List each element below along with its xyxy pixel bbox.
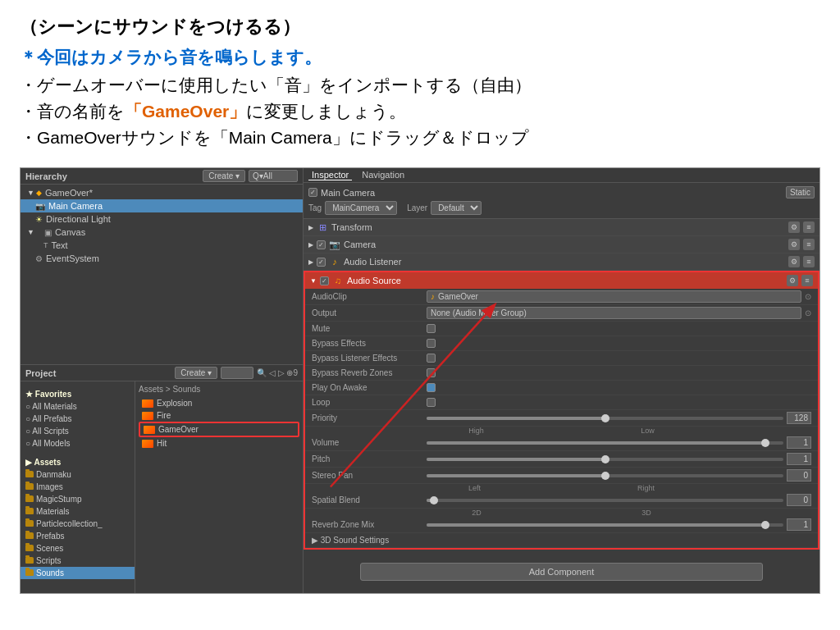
reverb-zone-mix-slider-container bbox=[427, 523, 783, 527]
component-settings-btn[interactable]: ⚙ bbox=[788, 256, 800, 267]
loop-label: Loop bbox=[312, 398, 427, 407]
audioclip-value: ♪ GameOver ⊙ bbox=[427, 290, 811, 303]
volume-slider-container bbox=[427, 441, 783, 445]
reverb-zone-mix-slider-thumb[interactable] bbox=[761, 521, 769, 529]
component-menu-btn[interactable]: ≡ bbox=[803, 256, 815, 267]
component-transform-label: Transform bbox=[331, 222, 372, 232]
stereo-pan-label: Stereo Pan bbox=[312, 471, 427, 480]
object-enabled-checkbox[interactable] bbox=[308, 188, 317, 197]
hierarchy-item-canvas[interactable]: ▼ ▣ Canvas bbox=[21, 226, 303, 239]
spatial-blend-slider-thumb[interactable] bbox=[430, 496, 438, 504]
bypass-reverb-checkbox[interactable] bbox=[427, 368, 436, 377]
component-menu-btn[interactable]: ≡ bbox=[801, 275, 813, 286]
sound-explosion[interactable]: Explosion bbox=[139, 397, 299, 409]
sidebar-particlecollection[interactable]: Particlecollection_ bbox=[21, 518, 135, 530]
pitch-number[interactable] bbox=[787, 453, 811, 465]
add-component-area: Add Component bbox=[304, 550, 819, 593]
stereo-pan-slider-track[interactable] bbox=[427, 474, 783, 477]
camera-enabled-checkbox[interactable] bbox=[317, 240, 326, 249]
bypass-effects-checkbox[interactable] bbox=[427, 339, 436, 348]
component-camera-header[interactable]: ▶ 📷 Camera ⚙ ≡ bbox=[304, 236, 819, 253]
tag-dropdown[interactable]: MainCamera bbox=[325, 201, 397, 215]
audio-listener-enabled-checkbox[interactable] bbox=[317, 258, 326, 267]
component-transform: ▶ ⊞ Transform ⚙ ≡ bbox=[304, 219, 819, 236]
component-actions: ⚙ ≡ bbox=[787, 275, 813, 286]
field-3d-sound-settings[interactable]: ▶ 3D Sound Settings bbox=[305, 533, 818, 548]
audioclip-input[interactable]: ♪ GameOver bbox=[427, 290, 801, 303]
sidebar-prefabs[interactable]: Prefabs bbox=[21, 530, 135, 542]
reverb-zone-mix-slider-track[interactable] bbox=[427, 523, 783, 527]
sound-gameover[interactable]: GameOver bbox=[139, 422, 299, 437]
output-input[interactable]: None (Audio Mixer Group) bbox=[427, 307, 801, 319]
circle-select-icon[interactable]: ⊙ bbox=[805, 292, 811, 301]
component-audio-listener-label: Audio Listener bbox=[344, 257, 401, 267]
component-settings-btn[interactable]: ⚙ bbox=[787, 275, 798, 286]
spatial-blend-number[interactable] bbox=[787, 494, 811, 506]
sound-icon bbox=[142, 412, 153, 420]
static-button[interactable]: Static bbox=[786, 186, 815, 199]
volume-number[interactable] bbox=[787, 436, 811, 449]
sidebar-all-scripts[interactable]: ○ All Scripts bbox=[21, 425, 135, 437]
component-audio-listener-header[interactable]: ▶ ♪ Audio Listener ⚙ ≡ bbox=[304, 253, 819, 270]
mute-checkbox[interactable] bbox=[427, 324, 436, 333]
output-label: Output bbox=[312, 308, 427, 317]
add-component-button[interactable]: Add Component bbox=[360, 563, 762, 581]
reverb-zone-mix-label: Reverb Zone Mix bbox=[312, 520, 427, 529]
hierarchy-item-gameoverscene[interactable]: ▼ ◆ GameOver* bbox=[21, 186, 303, 199]
component-settings-btn[interactable]: ⚙ bbox=[788, 221, 800, 233]
component-settings-btn[interactable]: ⚙ bbox=[788, 239, 800, 250]
sound-hit[interactable]: Hit bbox=[139, 437, 299, 450]
component-audio-source-header[interactable]: ▼ ♫ Audio Source ⚙ ≡ bbox=[305, 272, 818, 289]
priority-labels: High Low bbox=[305, 427, 818, 435]
pitch-slider-thumb[interactable] bbox=[601, 455, 609, 463]
volume-slider-thumb[interactable] bbox=[761, 439, 769, 447]
object-name-row: Main Camera Static bbox=[308, 186, 815, 199]
pitch-slider-track[interactable] bbox=[427, 458, 783, 461]
volume-slider-track[interactable] bbox=[427, 441, 783, 445]
reverb-zone-mix-number[interactable] bbox=[787, 518, 811, 531]
sidebar-sounds[interactable]: Sounds bbox=[21, 567, 135, 579]
spatial-blend-slider-track[interactable] bbox=[427, 499, 783, 502]
audio-source-enabled-checkbox[interactable] bbox=[320, 276, 329, 285]
project-search[interactable] bbox=[221, 367, 253, 379]
stereo-pan-number[interactable] bbox=[787, 469, 811, 482]
hierarchy-item-directionallight[interactable]: ☀ Directional Light bbox=[21, 212, 303, 226]
sidebar-scenes[interactable]: Scenes bbox=[21, 542, 135, 555]
sidebar-images[interactable]: Images bbox=[21, 481, 135, 493]
sidebar-danmaku[interactable]: Danmaku bbox=[21, 468, 135, 481]
bypass-listener-checkbox[interactable] bbox=[427, 354, 436, 363]
hierarchy-item-text[interactable]: T Text bbox=[21, 239, 303, 252]
sidebar-all-materials[interactable]: ○ All Materials bbox=[21, 400, 135, 413]
sidebar-materials[interactable]: Materials bbox=[21, 505, 135, 518]
loop-checkbox[interactable] bbox=[427, 398, 436, 407]
sidebar-scripts[interactable]: Scripts bbox=[21, 555, 135, 567]
play-on-awake-checkbox[interactable] bbox=[427, 383, 436, 392]
hierarchy-item-maincamera[interactable]: 📷 Main Camera bbox=[21, 199, 303, 212]
layer-dropdown[interactable]: Default bbox=[431, 201, 482, 215]
sidebar-magicstump[interactable]: MagicStump bbox=[21, 493, 135, 505]
circle-select-icon[interactable]: ⊙ bbox=[805, 308, 811, 317]
sidebar-all-models[interactable]: ○ All Models bbox=[21, 437, 135, 450]
stereo-pan-slider-thumb[interactable] bbox=[601, 472, 609, 480]
priority-slider-thumb[interactable] bbox=[601, 414, 609, 422]
spatial-blend-value bbox=[427, 494, 811, 506]
priority-slider-track[interactable] bbox=[427, 417, 783, 420]
field-audioclip: AudioClip ♪ GameOver ⊙ bbox=[305, 289, 818, 305]
sound-fire[interactable]: Fire bbox=[139, 409, 299, 422]
priority-number[interactable] bbox=[787, 412, 811, 424]
tab-inspector[interactable]: Inspector bbox=[308, 170, 352, 180]
stereo-pan-slider-fill bbox=[427, 474, 605, 477]
field-loop: Loop bbox=[305, 395, 818, 410]
sidebar-all-prefabs[interactable]: ○ All Prefabs bbox=[21, 413, 135, 425]
component-menu-btn[interactable]: ≡ bbox=[803, 239, 815, 250]
project-controls: Create ▾ 🔍 ◁ ▷ ⊕9 bbox=[175, 367, 298, 379]
component-menu-btn[interactable]: ≡ bbox=[803, 221, 815, 233]
bullet-2: ・音の名前を 「GameOver」 に変更しましょう。 bbox=[20, 100, 820, 123]
chevron-icon: ▶ bbox=[308, 241, 313, 249]
hierarchy-create-btn[interactable]: Create ▾ bbox=[203, 170, 245, 182]
hierarchy-search[interactable] bbox=[249, 170, 298, 182]
project-create-btn[interactable]: Create ▾ bbox=[175, 367, 217, 379]
hierarchy-item-eventsystem[interactable]: ⚙ EventSystem bbox=[21, 252, 303, 265]
tab-navigation[interactable]: Navigation bbox=[358, 170, 408, 180]
component-transform-header[interactable]: ▶ ⊞ Transform ⚙ ≡ bbox=[304, 219, 819, 235]
